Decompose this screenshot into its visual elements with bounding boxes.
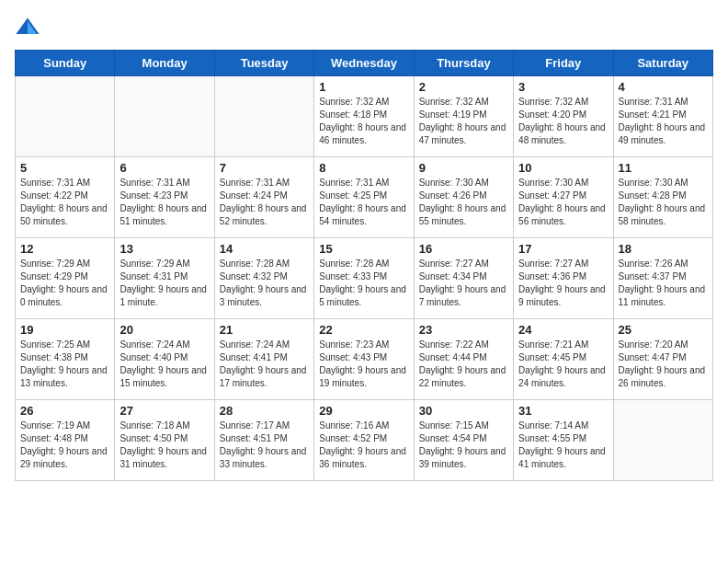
calendar-cell	[16, 76, 115, 157]
day-number: 31	[518, 404, 608, 418]
calendar-cell: 10Sunrise: 7:30 AM Sunset: 4:27 PM Dayli…	[514, 157, 613, 238]
day-number: 14	[220, 242, 309, 256]
logo-icon	[15, 15, 40, 40]
calendar-cell: 20Sunrise: 7:24 AM Sunset: 4:40 PM Dayli…	[115, 319, 214, 400]
calendar-cell: 13Sunrise: 7:29 AM Sunset: 4:31 PM Dayli…	[115, 238, 214, 319]
calendar-cell: 17Sunrise: 7:27 AM Sunset: 4:36 PM Dayli…	[514, 238, 613, 319]
calendar-cell: 8Sunrise: 7:31 AM Sunset: 4:25 PM Daylig…	[314, 157, 414, 238]
day-info: Sunrise: 7:24 AM Sunset: 4:41 PM Dayligh…	[220, 339, 309, 390]
weekday-header: Tuesday	[214, 51, 313, 76]
calendar-week-row: 19Sunrise: 7:25 AM Sunset: 4:38 PM Dayli…	[16, 319, 713, 400]
day-number: 11	[619, 161, 708, 175]
calendar-week-row: 12Sunrise: 7:29 AM Sunset: 4:29 PM Dayli…	[16, 238, 713, 319]
day-number: 28	[220, 404, 309, 418]
weekday-header: Friday	[514, 51, 613, 76]
calendar-cell: 18Sunrise: 7:26 AM Sunset: 4:37 PM Dayli…	[613, 238, 712, 319]
day-info: Sunrise: 7:32 AM Sunset: 4:20 PM Dayligh…	[518, 96, 608, 147]
logo	[15, 15, 44, 40]
calendar-cell: 9Sunrise: 7:30 AM Sunset: 4:26 PM Daylig…	[414, 157, 513, 238]
calendar-cell: 23Sunrise: 7:22 AM Sunset: 4:44 PM Dayli…	[414, 319, 513, 400]
day-number: 27	[119, 404, 209, 418]
calendar-cell: 2Sunrise: 7:32 AM Sunset: 4:19 PM Daylig…	[414, 76, 513, 157]
day-info: Sunrise: 7:31 AM Sunset: 4:22 PM Dayligh…	[20, 177, 109, 228]
day-number: 16	[419, 242, 508, 256]
calendar-cell: 30Sunrise: 7:15 AM Sunset: 4:54 PM Dayli…	[414, 400, 513, 481]
day-info: Sunrise: 7:17 AM Sunset: 4:51 PM Dayligh…	[220, 419, 309, 471]
day-info: Sunrise: 7:23 AM Sunset: 4:43 PM Dayligh…	[319, 339, 408, 390]
day-info: Sunrise: 7:31 AM Sunset: 4:21 PM Dayligh…	[619, 96, 708, 147]
day-info: Sunrise: 7:20 AM Sunset: 4:47 PM Dayligh…	[619, 339, 708, 390]
day-info: Sunrise: 7:14 AM Sunset: 4:55 PM Dayligh…	[518, 419, 608, 471]
calendar-week-row: 1Sunrise: 7:32 AM Sunset: 4:18 PM Daylig…	[16, 76, 713, 157]
day-number: 24	[518, 323, 608, 337]
calendar-cell: 14Sunrise: 7:28 AM Sunset: 4:32 PM Dayli…	[214, 238, 313, 319]
day-number: 26	[20, 404, 109, 418]
calendar-cell: 5Sunrise: 7:31 AM Sunset: 4:22 PM Daylig…	[16, 157, 115, 238]
calendar-week-row: 26Sunrise: 7:19 AM Sunset: 4:48 PM Dayli…	[16, 400, 713, 481]
calendar-cell: 15Sunrise: 7:28 AM Sunset: 4:33 PM Dayli…	[314, 238, 414, 319]
day-info: Sunrise: 7:28 AM Sunset: 4:33 PM Dayligh…	[319, 258, 408, 309]
day-number: 19	[20, 323, 109, 337]
day-info: Sunrise: 7:29 AM Sunset: 4:31 PM Dayligh…	[119, 258, 209, 309]
day-number: 10	[518, 161, 608, 175]
calendar-cell: 29Sunrise: 7:16 AM Sunset: 4:52 PM Dayli…	[314, 400, 414, 481]
day-number: 5	[20, 161, 109, 175]
day-number: 18	[619, 242, 708, 256]
day-number: 17	[518, 242, 608, 256]
calendar-cell: 12Sunrise: 7:29 AM Sunset: 4:29 PM Dayli…	[16, 238, 115, 319]
calendar-cell: 6Sunrise: 7:31 AM Sunset: 4:23 PM Daylig…	[115, 157, 214, 238]
weekday-header: Monday	[115, 51, 214, 76]
day-number: 22	[319, 323, 408, 337]
calendar-cell: 21Sunrise: 7:24 AM Sunset: 4:41 PM Dayli…	[214, 319, 313, 400]
day-number: 15	[319, 242, 408, 256]
day-info: Sunrise: 7:25 AM Sunset: 4:38 PM Dayligh…	[20, 339, 109, 390]
calendar-cell	[613, 400, 712, 481]
calendar-cell: 22Sunrise: 7:23 AM Sunset: 4:43 PM Dayli…	[314, 319, 414, 400]
day-info: Sunrise: 7:31 AM Sunset: 4:25 PM Dayligh…	[319, 177, 408, 228]
day-info: Sunrise: 7:32 AM Sunset: 4:19 PM Dayligh…	[419, 96, 508, 147]
day-info: Sunrise: 7:21 AM Sunset: 4:45 PM Dayligh…	[518, 339, 608, 390]
day-number: 21	[220, 323, 309, 337]
day-number: 4	[619, 80, 708, 94]
day-info: Sunrise: 7:30 AM Sunset: 4:28 PM Dayligh…	[619, 177, 708, 228]
calendar-cell	[214, 76, 313, 157]
calendar-cell: 7Sunrise: 7:31 AM Sunset: 4:24 PM Daylig…	[214, 157, 313, 238]
day-number: 23	[419, 323, 508, 337]
weekday-header: Thursday	[414, 51, 513, 76]
calendar-cell: 11Sunrise: 7:30 AM Sunset: 4:28 PM Dayli…	[613, 157, 712, 238]
calendar-cell: 1Sunrise: 7:32 AM Sunset: 4:18 PM Daylig…	[314, 76, 414, 157]
day-info: Sunrise: 7:19 AM Sunset: 4:48 PM Dayligh…	[20, 419, 109, 471]
day-number: 1	[319, 80, 408, 94]
calendar-header-row: SundayMondayTuesdayWednesdayThursdayFrid…	[16, 51, 713, 76]
day-number: 12	[20, 242, 109, 256]
calendar-cell: 31Sunrise: 7:14 AM Sunset: 4:55 PM Dayli…	[514, 400, 613, 481]
calendar-cell: 26Sunrise: 7:19 AM Sunset: 4:48 PM Dayli…	[16, 400, 115, 481]
day-number: 30	[419, 404, 508, 418]
calendar-cell: 19Sunrise: 7:25 AM Sunset: 4:38 PM Dayli…	[16, 319, 115, 400]
day-number: 13	[119, 242, 209, 256]
day-number: 6	[119, 161, 209, 175]
day-info: Sunrise: 7:16 AM Sunset: 4:52 PM Dayligh…	[319, 419, 408, 471]
day-number: 2	[419, 80, 508, 94]
day-number: 20	[119, 323, 209, 337]
page-header	[15, 15, 713, 40]
day-info: Sunrise: 7:27 AM Sunset: 4:34 PM Dayligh…	[419, 258, 508, 309]
weekday-header: Saturday	[613, 51, 712, 76]
calendar-cell: 16Sunrise: 7:27 AM Sunset: 4:34 PM Dayli…	[414, 238, 513, 319]
day-number: 8	[319, 161, 408, 175]
day-info: Sunrise: 7:22 AM Sunset: 4:44 PM Dayligh…	[419, 339, 508, 390]
calendar-cell: 4Sunrise: 7:31 AM Sunset: 4:21 PM Daylig…	[613, 76, 712, 157]
calendar-table: SundayMondayTuesdayWednesdayThursdayFrid…	[15, 50, 713, 481]
day-info: Sunrise: 7:15 AM Sunset: 4:54 PM Dayligh…	[419, 419, 508, 471]
day-info: Sunrise: 7:24 AM Sunset: 4:40 PM Dayligh…	[119, 339, 209, 390]
calendar-week-row: 5Sunrise: 7:31 AM Sunset: 4:22 PM Daylig…	[16, 157, 713, 238]
calendar-cell: 24Sunrise: 7:21 AM Sunset: 4:45 PM Dayli…	[514, 319, 613, 400]
day-number: 29	[319, 404, 408, 418]
day-number: 3	[518, 80, 608, 94]
weekday-header: Wednesday	[314, 51, 414, 76]
day-info: Sunrise: 7:31 AM Sunset: 4:24 PM Dayligh…	[220, 177, 309, 228]
calendar-cell: 25Sunrise: 7:20 AM Sunset: 4:47 PM Dayli…	[613, 319, 712, 400]
calendar-cell	[115, 76, 214, 157]
day-info: Sunrise: 7:26 AM Sunset: 4:37 PM Dayligh…	[619, 258, 708, 309]
day-info: Sunrise: 7:27 AM Sunset: 4:36 PM Dayligh…	[518, 258, 608, 309]
